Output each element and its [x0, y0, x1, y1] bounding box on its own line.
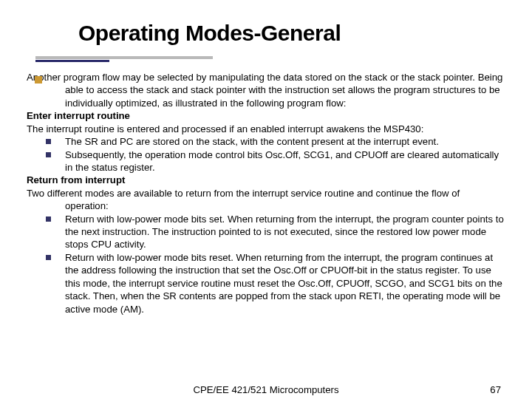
list-item: Return with low-power mode bits set. Whe… — [27, 213, 505, 251]
accent-square — [35, 76, 42, 83]
list-text: Return with low-power mode bits reset. W… — [65, 252, 502, 315]
list-text: Subsequently, the operation mode control… — [65, 149, 499, 173]
bullet-icon — [46, 139, 51, 144]
rule-navy — [35, 60, 109, 62]
slide-number: 67 — [490, 384, 501, 395]
slide: Operating Modes-General Another program … — [0, 0, 532, 399]
return-interrupt-desc: Two different modes are available to ret… — [27, 187, 505, 213]
enter-interrupt-list: The SR and PC are stored on the stack, w… — [27, 135, 505, 174]
return-interrupt-list: Return with low-power mode bits set. Whe… — [27, 213, 505, 316]
title-rule — [35, 56, 505, 62]
list-item: The SR and PC are stored on the stack, w… — [27, 135, 505, 148]
bullet-icon — [46, 216, 51, 222]
heading-enter-interrupt: Enter interrupt routine — [27, 109, 505, 122]
rule-grey — [35, 56, 213, 59]
enter-interrupt-desc: The interrupt routine is entered and pro… — [27, 123, 505, 135]
bullet-icon — [46, 255, 51, 260]
bullet-icon — [46, 152, 51, 157]
title-wrap: Operating Modes-General — [78, 21, 505, 46]
list-item: Return with low-power mode bits reset. W… — [27, 251, 505, 316]
body-text: Another program flow may be selected by … — [27, 71, 505, 316]
slide-title: Operating Modes-General — [78, 21, 505, 46]
list-text: Return with low-power mode bits set. Whe… — [65, 214, 504, 250]
list-item: Subsequently, the operation mode control… — [27, 149, 505, 174]
footer-course: CPE/EE 421/521 Microcomputers — [0, 384, 532, 395]
intro-paragraph: Another program flow may be selected by … — [27, 71, 505, 109]
heading-return-interrupt: Return from interrupt — [27, 174, 505, 186]
list-text: The SR and PC are stored on the stack, w… — [65, 136, 439, 147]
